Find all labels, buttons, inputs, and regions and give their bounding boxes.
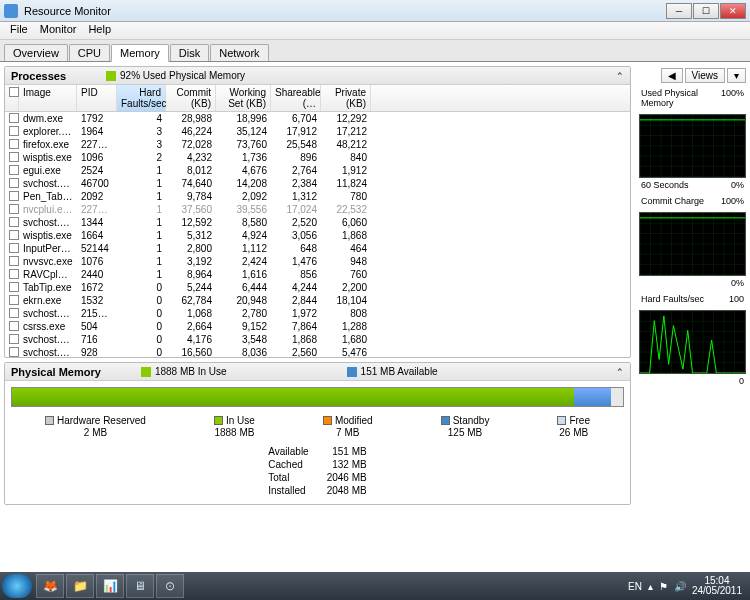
start-button[interactable] <box>2 574 32 598</box>
cell-commit: 8,964 <box>166 269 216 280</box>
tray-flag-icon[interactable]: ⚑ <box>659 581 668 592</box>
row-checkbox[interactable] <box>9 152 19 162</box>
graph-title: Used Physical Memory <box>641 88 721 108</box>
taskbar-firefox[interactable]: 🦊 <box>36 574 64 598</box>
table-row[interactable]: svchost.exe (… 716 0 4,176 3,548 1,868 1… <box>5 333 630 346</box>
tray-up-icon[interactable]: ▴ <box>648 581 653 592</box>
systray[interactable]: EN ▴ ⚑ 🔊 15:04 24/05/2011 <box>628 576 748 596</box>
table-row[interactable]: ekrn.exe 1532 0 62,784 20,948 2,844 18,1… <box>5 294 630 307</box>
close-button[interactable]: ✕ <box>720 3 746 19</box>
graph-max: 100% <box>721 88 744 108</box>
menu-file[interactable]: File <box>4 22 34 39</box>
table-row[interactable]: dwm.exe 1792 4 28,988 18,996 6,704 12,29… <box>5 112 630 125</box>
cell-ws: 1,112 <box>216 243 271 254</box>
tray-volume-icon[interactable]: 🔊 <box>674 581 686 592</box>
col-commit[interactable]: Commit (KB) <box>166 85 216 111</box>
col-shareable[interactable]: Shareable (… <box>271 85 321 111</box>
row-checkbox[interactable] <box>9 204 19 214</box>
col-pid[interactable]: PID <box>77 85 117 111</box>
clock[interactable]: 15:04 24/05/2011 <box>692 576 742 596</box>
row-checkbox[interactable] <box>9 230 19 240</box>
table-row[interactable]: svchost.exe 1344 1 12,592 8,580 2,520 6,… <box>5 216 630 229</box>
cell-pv: 760 <box>321 269 371 280</box>
minimize-button[interactable]: ─ <box>666 3 692 19</box>
taskbar-resmon[interactable]: 🖥 <box>126 574 154 598</box>
table-row[interactable]: wisptis.exe 1096 2 4,232 1,736 896 840 <box>5 151 630 164</box>
table-row[interactable]: nvcplui.exe 227236 1 37,560 39,556 17,02… <box>5 203 630 216</box>
row-checkbox[interactable] <box>9 139 19 149</box>
row-checkbox[interactable] <box>9 191 19 201</box>
expand-button[interactable]: ◀ <box>661 68 683 83</box>
cell-image: firefox.exe <box>19 139 77 150</box>
row-checkbox[interactable] <box>9 269 19 279</box>
taskbar-explorer[interactable]: 📁 <box>66 574 94 598</box>
tab-disk[interactable]: Disk <box>170 44 209 61</box>
row-checkbox[interactable] <box>9 347 19 357</box>
views-button[interactable]: Views <box>685 68 726 83</box>
cell-pv: 12,292 <box>321 113 371 124</box>
row-checkbox[interactable] <box>9 217 19 227</box>
row-checkbox[interactable] <box>9 295 19 305</box>
graph-foot-r: 0% <box>731 278 744 288</box>
row-checkbox[interactable] <box>9 126 19 136</box>
table-row[interactable]: RAVCpl64.exe 2440 1 8,964 1,616 856 760 <box>5 268 630 281</box>
tab-memory[interactable]: Memory <box>111 44 169 62</box>
row-checkbox[interactable] <box>9 256 19 266</box>
cell-sh: 896 <box>271 152 321 163</box>
row-checkbox[interactable] <box>9 334 19 344</box>
col-image[interactable]: Image <box>19 85 77 111</box>
cell-hf: 4 <box>117 113 166 124</box>
table-row[interactable]: firefox.exe 227048 3 72,028 73,760 25,54… <box>5 138 630 151</box>
row-checkbox[interactable] <box>9 321 19 331</box>
cell-ws: 9,152 <box>216 321 271 332</box>
table-row[interactable]: wisptis.exe 1664 1 5,312 4,924 3,056 1,8… <box>5 229 630 242</box>
cell-pid: 504 <box>77 321 117 332</box>
row-checkbox[interactable] <box>9 165 19 175</box>
views-dropdown[interactable]: ▾ <box>727 68 746 83</box>
cell-commit: 3,192 <box>166 256 216 267</box>
table-row[interactable]: csrss.exe 504 0 2,664 9,152 7,864 1,288 <box>5 320 630 333</box>
table-row[interactable]: explorer.exe 1964 3 46,224 35,124 17,912… <box>5 125 630 138</box>
cell-pid: 1344 <box>77 217 117 228</box>
cell-pid: 1964 <box>77 126 117 137</box>
table-row[interactable]: svchost.exe 215240 0 1,068 2,780 1,972 8… <box>5 307 630 320</box>
cell-pid: 2092 <box>77 191 117 202</box>
col-private[interactable]: Private (KB) <box>321 85 371 111</box>
tab-overview[interactable]: Overview <box>4 44 68 61</box>
table-row[interactable]: InputPerson… 52144 1 2,800 1,112 648 464 <box>5 242 630 255</box>
row-checkbox[interactable] <box>9 113 19 123</box>
taskbar-app[interactable]: ⊙ <box>156 574 184 598</box>
graph-max: 100% <box>721 196 744 206</box>
chevron-up-icon[interactable]: ⌃ <box>616 367 624 377</box>
table-row[interactable]: nvvsvc.exe 1076 1 3,192 2,424 1,476 948 <box>5 255 630 268</box>
checkbox-all[interactable] <box>9 87 19 97</box>
table-row[interactable]: TabTip.exe 1672 0 5,244 6,444 4,244 2,20… <box>5 281 630 294</box>
cell-sh: 1,476 <box>271 256 321 267</box>
col-hardfaults[interactable]: Hard Faults/sec <box>117 85 166 111</box>
processes-header[interactable]: Processes 92% Used Physical Memory ⌃ <box>5 67 630 85</box>
table-row[interactable]: svchost.exe (… 928 0 16,560 8,036 2,560 … <box>5 346 630 357</box>
cell-pv: 1,288 <box>321 321 371 332</box>
lang-indicator[interactable]: EN <box>628 581 642 592</box>
cell-sh: 3,056 <box>271 230 321 241</box>
row-checkbox[interactable] <box>9 178 19 188</box>
table-row[interactable]: svchost.exe (… 46700 1 74,640 14,208 2,3… <box>5 177 630 190</box>
physmem-header[interactable]: Physical Memory 1888 MB In Use 151 MB Av… <box>5 363 630 381</box>
tab-cpu[interactable]: CPU <box>69 44 110 61</box>
tab-network[interactable]: Network <box>210 44 268 61</box>
cell-sh: 856 <box>271 269 321 280</box>
chevron-up-icon[interactable]: ⌃ <box>616 71 624 81</box>
row-checkbox[interactable] <box>9 243 19 253</box>
menu-monitor[interactable]: Monitor <box>34 22 83 39</box>
table-row[interactable]: Pen_Tablet.e… 2092 1 9,784 2,092 1,312 7… <box>5 190 630 203</box>
cell-hf: 0 <box>117 347 166 357</box>
row-checkbox[interactable] <box>9 308 19 318</box>
taskbar-taskmgr[interactable]: 📊 <box>96 574 124 598</box>
col-workingset[interactable]: Working Set (KB) <box>216 85 271 111</box>
cell-ws: 2,092 <box>216 191 271 202</box>
table-row[interactable]: egui.exe 2524 1 8,012 4,676 2,764 1,912 <box>5 164 630 177</box>
cell-pv: 22,532 <box>321 204 371 215</box>
menu-help[interactable]: Help <box>82 22 117 39</box>
maximize-button[interactable]: ☐ <box>693 3 719 19</box>
row-checkbox[interactable] <box>9 282 19 292</box>
